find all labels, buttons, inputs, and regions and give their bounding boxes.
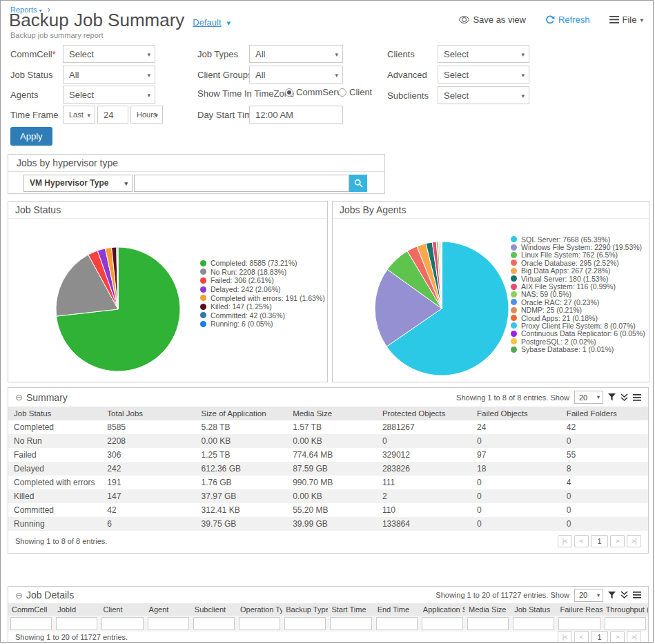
summary-column-header[interactable]: Failed Objects [471,407,561,420]
summary-column-header[interactable]: Protected Objects [377,407,471,420]
job-details-column-header[interactable]: JobId [54,603,99,616]
job-status-select[interactable]: All▾ [63,66,155,84]
legend-item[interactable]: Delayed: 242 (2.06%) [200,285,325,294]
job-details-column-header[interactable]: Subclient [191,603,237,616]
legend-item[interactable]: Killed: 147 (1.25%) [200,302,325,311]
summary-expand-button[interactable] [620,393,628,402]
filter-input-failure-reas-[interactable] [558,617,600,630]
summary-column-header[interactable]: Media Size [287,407,377,420]
radio-client[interactable] [338,88,346,97]
refresh-button[interactable]: Refresh [545,14,590,25]
legend-item[interactable]: Virtual Server: 180 (1.53%) [511,275,645,282]
legend-item[interactable]: Completed: 8585 (73.21%) [200,259,325,268]
save-as-view-button[interactable]: Save as view [459,14,526,25]
view-selector-link[interactable]: Default [193,17,221,28]
filter-input-subclient[interactable] [193,617,235,630]
summary-column-header[interactable]: Failed Folders [561,407,648,420]
legend-item[interactable]: Windows File System: 2290 (19.53%) [511,243,645,251]
advanced-select[interactable]: Select▾ [438,66,529,84]
legend-item[interactable]: PostgreSQL: 2 (0.02%) [511,338,645,345]
day-start-time-input[interactable] [249,106,343,124]
client-groups-select[interactable]: All▾ [249,66,343,84]
next-page-button[interactable]: > [610,535,625,547]
time-frame-amount-input[interactable] [97,106,128,124]
collapse-icon[interactable]: ⊖ [15,590,23,601]
subclients-select[interactable]: Select▾ [438,86,529,104]
legend-item[interactable]: NAS: 59 (0.5%) [511,291,645,298]
summary-page-size-select[interactable]: 20▾ [574,391,603,404]
legend-item[interactable]: Cloud Apps: 21 (0.18%) [511,314,645,322]
job-details-column-header[interactable]: Failure Reas... [556,603,602,616]
job-details-column-header[interactable]: Job Status [511,603,556,616]
legend-item[interactable]: No Run: 2208 (18.83%) [200,268,325,277]
file-menu-button[interactable]: File ▾ [609,14,643,25]
summary-column-header[interactable]: Size of Application [196,407,288,420]
job-details-column-header[interactable]: Application S... [420,603,465,616]
hypervisor-search-input[interactable] [134,175,349,192]
timezone-commserv-option[interactable]: CommServ [285,87,341,97]
legend-item[interactable]: Continuous Data Replicator: 6 (0.05%) [511,330,645,338]
clients-select[interactable]: Select▾ [438,45,529,63]
filter-input-media-size[interactable] [467,617,509,630]
legend-item[interactable]: Oracle Database: 295 (2.52%) [511,259,645,266]
first-page-button[interactable]: |< [558,631,572,643]
legend-item[interactable]: Committed: 42 (0.36%) [200,311,325,320]
time-frame-range-select[interactable]: Last▾ [63,106,95,124]
job-details-menu-button[interactable] [633,592,641,598]
legend-item[interactable]: Oracle RAC: 27 (0.23%) [511,298,645,306]
filter-input-client[interactable] [101,617,143,630]
summary-filter-button[interactable] [608,393,616,401]
filter-input-start-time[interactable] [330,617,371,630]
summary-column-header[interactable]: Total Jobs [101,407,195,420]
legend-item[interactable]: Sybase Database: 1 (0.01%) [511,345,645,353]
job-details-column-header[interactable]: Media Size [465,603,511,616]
job-details-column-header[interactable]: CommCell [8,603,54,616]
summary-menu-button[interactable] [633,394,641,401]
prev-page-button[interactable]: < [574,631,589,643]
prev-page-button[interactable]: < [574,535,589,547]
job-details-column-header[interactable]: End Time [374,603,420,616]
collapse-icon[interactable]: ⊖ [15,392,23,402]
legend-item[interactable]: Running: 6 (0.05%) [200,320,325,329]
job-details-column-header[interactable]: Agent [146,603,191,616]
job-details-column-header[interactable]: Operation Ty... [237,603,282,616]
legend-item[interactable]: Big Data Apps: 267 (2.28%) [511,267,645,275]
timezone-client-option[interactable]: Client [338,87,372,97]
job-details-column-header[interactable]: Backup Type [282,603,328,616]
commcell-select[interactable]: Select▾ [63,45,155,63]
job-details-page-size-select[interactable]: 20▾ [574,589,603,602]
legend-item[interactable]: Proxy Client File System: 8 (0.07%) [511,322,645,329]
legend-item[interactable]: SQL Server: 7668 (65.39%) [511,235,645,243]
job-types-select[interactable]: All▾ [249,45,343,63]
filter-input-commcell[interactable] [10,617,52,630]
filter-input-throughput-[interactable] [605,617,646,630]
filter-input-operation-ty-[interactable] [239,617,280,630]
time-frame-unit-select[interactable]: Hours▾ [130,106,163,124]
last-page-button[interactable]: >| [627,631,641,643]
last-page-button[interactable]: >| [627,535,641,547]
job-details-column-header[interactable]: Throughput (... [603,603,648,616]
summary-column-header[interactable]: Job Status [8,407,101,420]
hypervisor-search-button[interactable] [349,175,367,192]
job-details-expand-button[interactable] [620,591,628,599]
radio-commserv[interactable] [285,88,293,97]
job-details-column-header[interactable]: Client [99,603,145,616]
view-caret-down-icon[interactable]: ▾ [227,19,231,28]
filter-input-backup-type[interactable] [284,617,326,630]
filter-input-end-time[interactable] [376,617,418,630]
legend-item[interactable]: Linux File System: 762 (6.5%) [511,251,645,259]
filter-input-job-status[interactable] [513,617,554,630]
agents-select[interactable]: Select▾ [63,86,155,104]
job-details-filter-button[interactable] [608,592,616,599]
current-page[interactable]: 1 [591,631,608,643]
filter-input-application-s-[interactable] [422,617,463,630]
current-page[interactable]: 1 [591,535,608,547]
legend-item[interactable]: Completed with errors: 191 (1.63%) [200,293,325,302]
first-page-button[interactable]: |< [558,535,572,547]
hypervisor-type-select[interactable]: VM Hypervisor Type▾ [23,175,133,192]
apply-button[interactable]: Apply [10,127,52,146]
filter-input-jobid[interactable] [56,617,97,630]
legend-item[interactable]: AIX File System: 116 (0.99%) [511,282,645,290]
legend-item[interactable]: NDMP: 25 (0.21%) [511,306,645,314]
filter-input-agent[interactable] [148,617,189,630]
